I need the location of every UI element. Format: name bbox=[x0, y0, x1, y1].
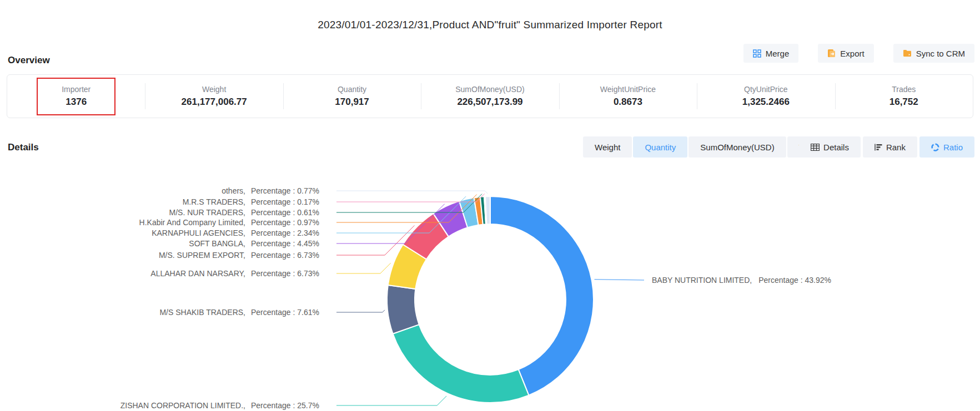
merge-button[interactable]: Merge bbox=[743, 44, 799, 63]
rank-icon bbox=[875, 144, 882, 151]
segment-label: Percentage : 6.73% bbox=[251, 269, 319, 278]
segment-label: Percentage : 0.77% bbox=[251, 186, 319, 195]
table-icon bbox=[811, 144, 820, 151]
segment-label: Percentage : 0.61% bbox=[251, 208, 319, 217]
stat-value: 16,752 bbox=[889, 97, 918, 108]
segment-label: BABY NUTRITION LIMITED,Percentage : 43.9… bbox=[652, 276, 831, 285]
stat-label: Importer bbox=[62, 85, 91, 94]
label-leader-line bbox=[336, 310, 385, 312]
view-tab-rank[interactable]: Rank bbox=[863, 136, 917, 158]
export-icon bbox=[827, 49, 836, 58]
stat-label: Quantity bbox=[338, 85, 366, 94]
merge-button-label: Merge bbox=[766, 49, 790, 58]
stat-value: 261,177,006.77 bbox=[182, 97, 247, 108]
sync-to-crm-button[interactable]: Sync to CRM bbox=[893, 44, 974, 63]
overview-heading: Overview bbox=[8, 55, 50, 66]
toolbar: Merge Export Sync to CRM bbox=[743, 44, 974, 63]
segment-label: Percentage : 2.34% bbox=[251, 229, 319, 237]
stat-importer: Importer 1376 bbox=[7, 75, 145, 118]
page-title: 2023/01/01-2023/12/31,Product AND"fruit"… bbox=[0, 19, 980, 31]
stat-value: 226,507,173.99 bbox=[457, 97, 522, 108]
segment-label: SOFT BANGLA, bbox=[189, 239, 245, 248]
view-tab-group: Details Rank Ratio bbox=[799, 136, 974, 158]
stat-sum-of-money: SumOfMoney(USD) 226,507,173.99 bbox=[421, 75, 559, 118]
stat-weight-unit-price: WeightUnitPrice 0.8673 bbox=[559, 75, 697, 118]
donut-segment[interactable] bbox=[393, 324, 529, 403]
stat-trades: Trades 16,752 bbox=[835, 75, 973, 118]
donut-segment[interactable] bbox=[485, 196, 490, 224]
details-heading: Details bbox=[8, 142, 39, 153]
importer-report-page: 2023/01/01-2023/12/31,Product AND"fruit"… bbox=[0, 0, 980, 411]
donut-segment[interactable] bbox=[490, 196, 594, 395]
view-tab-ratio[interactable]: Ratio bbox=[919, 136, 974, 158]
donut-chart-svg[interactable]: BABY NUTRITION LIMITED,Percentage : 43.9… bbox=[0, 161, 980, 411]
view-tab-rank-label: Rank bbox=[886, 143, 906, 152]
segment-label: ZISHAN CORPORATION LIMITED., bbox=[120, 401, 245, 410]
segment-label: others, bbox=[222, 186, 245, 195]
donut-segment[interactable] bbox=[387, 285, 419, 334]
segment-label: H.Kabir And Company Limited, bbox=[139, 218, 245, 227]
stat-weight: Weight 261,177,006.77 bbox=[145, 75, 283, 118]
tab-weight[interactable]: Weight bbox=[583, 136, 632, 158]
view-tab-ratio-label: Ratio bbox=[943, 143, 963, 152]
stat-label: Weight bbox=[202, 85, 226, 94]
label-leader-line bbox=[336, 396, 446, 405]
segment-label: M/S SHAKIB TRADERS, bbox=[159, 308, 245, 317]
stat-value: 1,325.2466 bbox=[742, 97, 790, 108]
segment-label: Percentage : 4.45% bbox=[251, 239, 319, 248]
tab-quantity[interactable]: Quantity bbox=[633, 136, 687, 158]
stat-value: 0.8673 bbox=[614, 97, 642, 108]
segment-label: M/S. NUR TRADERS, bbox=[169, 208, 245, 217]
segment-label: ALLAHAR DAN NARSARY, bbox=[150, 269, 245, 278]
label-leader-line bbox=[336, 191, 488, 194]
segment-label: Percentage : 6.73% bbox=[251, 251, 319, 260]
tab-sum-of-money[interactable]: SumOfMoney(USD) bbox=[688, 136, 786, 158]
stat-label: WeightUnitPrice bbox=[600, 85, 656, 94]
ratio-icon bbox=[931, 143, 939, 151]
stat-value: 1376 bbox=[66, 97, 87, 108]
importer-ratio-donut-chart[interactable]: BABY NUTRITION LIMITED,Percentage : 43.9… bbox=[0, 161, 980, 411]
stat-label: Trades bbox=[892, 85, 916, 94]
label-leader-line bbox=[336, 263, 391, 273]
segment-label: M.R.S TRADERS, bbox=[183, 197, 245, 206]
folder-sync-icon bbox=[903, 49, 912, 57]
export-button-label: Export bbox=[840, 49, 864, 58]
merge-icon bbox=[753, 49, 761, 58]
stat-label: QtyUnitPrice bbox=[744, 85, 788, 94]
sync-to-crm-button-label: Sync to CRM bbox=[916, 49, 965, 58]
segment-label: Percentage : 0.17% bbox=[251, 197, 319, 206]
stat-quantity: Quantity 170,917 bbox=[283, 75, 421, 118]
segment-label: Percentage : 0.97% bbox=[251, 218, 319, 227]
stat-value: 170,917 bbox=[335, 97, 369, 108]
stat-qty-unit-price: QtyUnitPrice 1,325.2466 bbox=[697, 75, 835, 118]
stat-label: SumOfMoney(USD) bbox=[455, 85, 524, 94]
export-button[interactable]: Export bbox=[818, 44, 873, 63]
view-tab-details-label: Details bbox=[823, 143, 849, 152]
segment-label: M/S. SUPREM EXPORT, bbox=[159, 251, 245, 260]
label-leader-line bbox=[595, 280, 644, 280]
segment-label: Percentage : 25.7% bbox=[251, 401, 319, 410]
metric-tab-group: Weight Quantity SumOfMoney(USD) Trades bbox=[583, 136, 836, 158]
view-tab-details[interactable]: Details bbox=[799, 136, 861, 158]
segment-label: Percentage : 7.61% bbox=[251, 308, 319, 317]
segment-label: KARNAPHULI AGENCIES, bbox=[152, 229, 245, 237]
overview-stats-card: Importer 1376 Weight 261,177,006.77 Quan… bbox=[7, 74, 973, 118]
